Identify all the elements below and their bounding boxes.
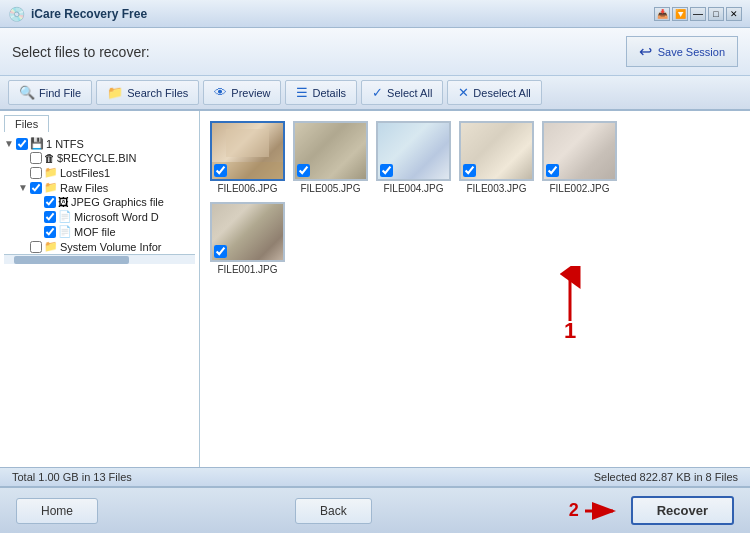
recover-section: 2 Recover <box>569 496 734 525</box>
bottom-bar: Home Back 2 Recover <box>0 486 750 533</box>
titlebar-download-btn[interactable]: 📥 <box>654 7 670 21</box>
tree-item-jpeg[interactable]: 🖼 JPEG Graphics file <box>32 195 195 209</box>
find-file-icon: 🔍 <box>19 85 35 100</box>
file-grid: FILE006.JPG FILE005.JPG FILE <box>200 111 750 467</box>
list-item[interactable]: FILE002.JPG <box>542 121 617 194</box>
file-select-checkbox[interactable] <box>297 164 310 177</box>
list-item[interactable]: FILE004.JPG <box>376 121 451 194</box>
list-item[interactable]: FILE005.JPG <box>293 121 368 194</box>
app-icon: 💿 <box>8 6 25 22</box>
details-label: Details <box>312 87 346 99</box>
main-container: Select files to recover: ↩ Save Session … <box>0 28 750 533</box>
search-files-label: Search Files <box>127 87 188 99</box>
checkbox-mof[interactable] <box>44 226 56 238</box>
recover-label: Recover <box>657 503 708 518</box>
file-select-checkbox[interactable] <box>214 245 227 258</box>
titlebar-dropdown-btn[interactable]: 🔽 <box>672 7 688 21</box>
select-all-icon: ✓ <box>372 85 383 100</box>
titlebar-controls[interactable]: 📥 🔽 — □ ✕ <box>654 7 742 21</box>
list-item[interactable]: FILE003.JPG <box>459 121 534 194</box>
recover-button[interactable]: Recover <box>631 496 734 525</box>
tree-item-lostfiles[interactable]: 📁 LostFiles1 <box>18 165 195 180</box>
checkbox-sysvolume[interactable] <box>30 241 42 253</box>
files-tab[interactable]: Files <box>4 115 49 132</box>
recycle-icon: 🗑 <box>44 152 55 164</box>
file-thumbnail[interactable] <box>376 121 451 181</box>
tree-item-ntfs[interactable]: ▼ 💾 1 NTFS <box>4 136 195 151</box>
file-tree: ▼ 💾 1 NTFS 🗑 $RECYCLE.BIN <box>4 136 195 254</box>
deselect-all-label: Deselect All <box>473 87 530 99</box>
status-left: Total 1.00 GB in 13 Files <box>12 471 132 483</box>
file-thumbnail[interactable] <box>293 121 368 181</box>
file-select-checkbox[interactable] <box>214 164 227 177</box>
ntfs-children: 🗑 $RECYCLE.BIN 📁 LostFiles1 ▼ 📁 <box>4 151 195 254</box>
preview-button[interactable]: 👁 Preview <box>203 80 281 105</box>
select-all-button[interactable]: ✓ Select All <box>361 80 443 105</box>
list-item[interactable]: FILE006.JPG <box>210 121 285 194</box>
file-select-checkbox[interactable] <box>463 164 476 177</box>
file-select-checkbox[interactable] <box>380 164 393 177</box>
annotation-label-2: 2 <box>569 500 579 521</box>
sysvolume-icon: 📁 <box>44 240 58 253</box>
find-file-button[interactable]: 🔍 Find File <box>8 80 92 105</box>
file-grid-row2: FILE001.JPG <box>210 202 740 275</box>
titlebar-close-btn[interactable]: ✕ <box>726 7 742 21</box>
annotation-2: 2 <box>569 500 621 521</box>
details-button[interactable]: ☰ Details <box>285 80 357 105</box>
select-all-label: Select All <box>387 87 432 99</box>
checkbox-jpeg[interactable] <box>44 196 56 208</box>
right-panel-wrapper: FILE006.JPG FILE005.JPG FILE <box>200 111 750 467</box>
expand-ntfs: ▼ <box>4 138 14 149</box>
file-thumbnail[interactable] <box>459 121 534 181</box>
titlebar: 💿 iCare Recovery Free 📥 🔽 — □ ✕ <box>0 0 750 28</box>
save-session-icon: ↩ <box>639 42 652 61</box>
right-arrow-svg <box>585 501 621 521</box>
back-label: Back <box>320 504 347 518</box>
home-button[interactable]: Home <box>16 498 98 524</box>
rawfiles-children: 🖼 JPEG Graphics file 📄 Microsoft Word D <box>18 195 195 239</box>
titlebar-left: 💿 iCare Recovery Free <box>8 6 147 22</box>
msword-icon: 📄 <box>58 210 72 223</box>
status-bar: Total 1.00 GB in 13 Files Selected 822.8… <box>0 467 750 486</box>
file-select-checkbox[interactable] <box>546 164 559 177</box>
tree-item-msword[interactable]: 📄 Microsoft Word D <box>32 209 195 224</box>
tree-item-sysvolume[interactable]: 📁 System Volume Infor <box>18 239 195 254</box>
details-icon: ☰ <box>296 85 308 100</box>
content-area: Files ▼ 💾 1 NTFS 🗑 $RECYC <box>0 111 750 467</box>
file-tree-panel: Files ▼ 💾 1 NTFS 🗑 $RECYC <box>0 111 200 467</box>
lostfiles-icon: 📁 <box>44 166 58 179</box>
tree-item-recycle[interactable]: 🗑 $RECYCLE.BIN <box>18 151 195 165</box>
titlebar-maximize-btn[interactable]: □ <box>708 7 724 21</box>
checkbox-ntfs[interactable] <box>16 138 28 150</box>
checkbox-recycle[interactable] <box>30 152 42 164</box>
checkbox-msword[interactable] <box>44 211 56 223</box>
save-session-label: Save Session <box>658 46 725 58</box>
titlebar-minimize-btn[interactable]: — <box>690 7 706 21</box>
toolbar: 🔍 Find File 📁 Search Files 👁 Preview ☰ D… <box>0 76 750 111</box>
file-thumbnail[interactable] <box>210 121 285 181</box>
left-panel-scrollbar[interactable] <box>4 254 195 264</box>
preview-label: Preview <box>231 87 270 99</box>
file-thumbnail[interactable] <box>210 202 285 262</box>
tree-item-rawfiles[interactable]: ▼ 📁 Raw Files <box>18 180 195 195</box>
mof-icon: 📄 <box>58 225 72 238</box>
rawfiles-icon: 📁 <box>44 181 58 194</box>
search-files-icon: 📁 <box>107 85 123 100</box>
checkbox-lostfiles[interactable] <box>30 167 42 179</box>
deselect-all-icon: ✕ <box>458 85 469 100</box>
deselect-all-button[interactable]: ✕ Deselect All <box>447 80 541 105</box>
back-button[interactable]: Back <box>295 498 372 524</box>
save-session-button[interactable]: ↩ Save Session <box>626 36 738 67</box>
list-item[interactable]: FILE001.JPG <box>210 202 285 275</box>
file-thumbnail[interactable] <box>542 121 617 181</box>
tree-item-mof[interactable]: 📄 MOF file <box>32 224 195 239</box>
status-right: Selected 822.87 KB in 8 Files <box>594 471 738 483</box>
checkbox-rawfiles[interactable] <box>30 182 42 194</box>
files-tab-label: Files <box>15 118 38 130</box>
header: Select files to recover: ↩ Save Session <box>0 28 750 76</box>
header-prompt: Select files to recover: <box>12 44 150 60</box>
search-files-button[interactable]: 📁 Search Files <box>96 80 199 105</box>
find-file-label: Find File <box>39 87 81 99</box>
preview-icon: 👁 <box>214 85 227 100</box>
app-title: iCare Recovery Free <box>31 7 147 21</box>
